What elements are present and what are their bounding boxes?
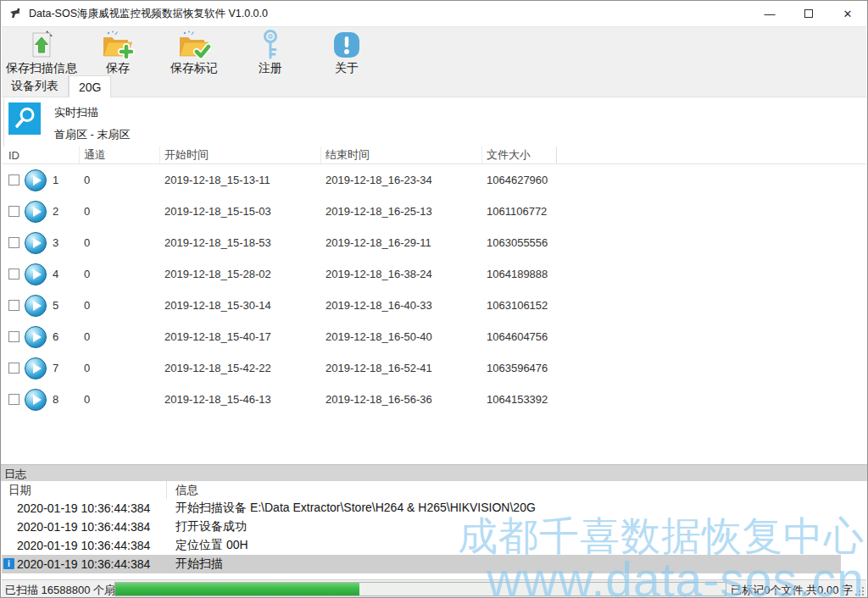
column-header-id[interactable]: ID bbox=[2, 147, 80, 163]
log-date: 2020-01-19 10:36:44:384 bbox=[2, 520, 167, 534]
row-end-time: 2019-12-18_16-23-34 bbox=[321, 174, 482, 186]
about-button[interactable]: 关于 bbox=[309, 27, 385, 75]
close-button[interactable]: ✕ bbox=[828, 1, 867, 26]
log-row[interactable]: 2020-01-19 10:36:44:384打开设备成功 bbox=[2, 518, 841, 536]
play-icon bbox=[33, 207, 42, 217]
play-button[interactable] bbox=[25, 201, 47, 223]
table-row[interactable]: 302019-12-18_15-18-532019-12-18_16-29-11… bbox=[2, 227, 866, 258]
maximize-button[interactable] bbox=[789, 1, 828, 26]
row-id: 5 bbox=[53, 299, 58, 312]
play-button[interactable] bbox=[25, 169, 47, 191]
row-checkbox[interactable] bbox=[8, 206, 19, 217]
row-checkbox[interactable] bbox=[8, 269, 19, 280]
exclamation-icon bbox=[331, 29, 362, 61]
row-file-size: 1063596476 bbox=[482, 362, 557, 374]
window-title: Data-SOS海康威视监控视频数据恢复软件 V1.0.0.0 bbox=[29, 7, 268, 21]
row-lead: 4 bbox=[2, 263, 80, 285]
table-row[interactable]: 102019-12-18_15-13-112019-12-18_16-23-34… bbox=[2, 164, 866, 196]
play-button[interactable] bbox=[25, 357, 47, 379]
column-header-channel[interactable]: 通道 bbox=[80, 147, 160, 163]
save-button[interactable]: 保存 bbox=[80, 27, 156, 75]
save-scan-info-button[interactable]: 保存扫描信息 bbox=[3, 27, 80, 75]
table-row[interactable]: 702019-12-18_15-42-222019-12-18_16-52-41… bbox=[2, 352, 866, 384]
row-start-time: 2019-12-18_15-46-13 bbox=[160, 393, 321, 406]
log-row[interactable]: 2020-01-19 10:36:44:384定位位置 00H bbox=[2, 536, 841, 555]
column-header-end-time[interactable]: 结束时间 bbox=[321, 147, 482, 163]
table-row[interactable]: 602019-12-18_15-40-172019-12-18_16-50-40… bbox=[2, 321, 866, 352]
play-icon bbox=[33, 175, 42, 185]
resize-grip-icon[interactable] bbox=[854, 586, 865, 596]
column-header-file-size[interactable]: 文件大小 bbox=[482, 147, 557, 163]
play-button[interactable] bbox=[25, 389, 47, 411]
log-message: 开始扫描 bbox=[167, 556, 223, 572]
save-marks-button[interactable]: 保存标记 bbox=[156, 27, 232, 75]
toolbar-label: 注册 bbox=[259, 61, 282, 75]
table-row[interactable]: 202019-12-18_15-15-032019-12-18_16-25-13… bbox=[2, 196, 866, 227]
toolbar-label: 关于 bbox=[335, 61, 359, 75]
row-checkbox[interactable] bbox=[8, 300, 19, 311]
toolbar-label: 保存 bbox=[106, 61, 130, 75]
row-start-time: 2019-12-18_15-40-17 bbox=[160, 330, 321, 343]
row-channel: 0 bbox=[80, 236, 160, 249]
play-icon bbox=[33, 269, 42, 280]
table-row[interactable]: 802019-12-18_15-46-132019-12-18_16-56-36… bbox=[2, 384, 866, 415]
log-message: 定位位置 00H bbox=[167, 538, 248, 553]
row-checkbox[interactable] bbox=[8, 331, 19, 342]
info-icon: i bbox=[3, 558, 14, 569]
maximize-icon bbox=[804, 9, 813, 18]
row-id: 8 bbox=[53, 393, 58, 406]
row-checkbox[interactable] bbox=[8, 237, 19, 248]
row-checkbox[interactable] bbox=[8, 363, 19, 374]
row-checkbox[interactable] bbox=[8, 174, 19, 185]
row-lead: 6 bbox=[2, 326, 80, 348]
row-start-time: 2019-12-18_15-30-14 bbox=[160, 299, 321, 312]
row-checkbox[interactable] bbox=[8, 394, 19, 405]
table-row[interactable]: 502019-12-18_15-30-142019-12-18_16-40-33… bbox=[2, 290, 866, 321]
tab-device-list[interactable]: 设备列表 bbox=[2, 75, 69, 97]
play-icon bbox=[33, 301, 42, 311]
row-channel: 0 bbox=[80, 330, 160, 343]
toolbar: 保存扫描信息 保存 bbox=[2, 26, 866, 75]
play-button[interactable] bbox=[25, 232, 47, 254]
window-controls: — ✕ bbox=[750, 1, 867, 26]
row-start-time: 2019-12-18_15-13-11 bbox=[160, 174, 321, 186]
register-button[interactable]: 注册 bbox=[232, 27, 309, 75]
row-lead: 5 bbox=[2, 295, 80, 317]
tab-bar: 设备列表 20G bbox=[2, 75, 866, 97]
row-start-time: 2019-12-18_15-28-02 bbox=[160, 268, 321, 280]
play-icon bbox=[33, 363, 42, 374]
tab-20g[interactable]: 20G bbox=[69, 75, 111, 97]
minimize-button[interactable]: — bbox=[750, 1, 789, 26]
row-id: 1 bbox=[53, 174, 58, 186]
folder-check-icon bbox=[177, 29, 211, 61]
row-end-time: 2019-12-18_16-29-11 bbox=[321, 236, 482, 249]
scan-button[interactable] bbox=[8, 102, 41, 135]
row-channel: 0 bbox=[80, 393, 160, 406]
play-button[interactable] bbox=[25, 263, 47, 285]
log-column-message[interactable]: 信息 bbox=[167, 481, 198, 499]
marked-files-text: 已标记0个文件,共0.00 字 bbox=[731, 583, 853, 598]
play-button[interactable] bbox=[25, 295, 47, 317]
column-header-start-time[interactable]: 开始时间 bbox=[160, 147, 321, 163]
row-lead: 1 bbox=[2, 169, 80, 191]
scan-mode-label: 实时扫描 bbox=[54, 105, 131, 120]
row-file-size: 1063055556 bbox=[482, 236, 557, 249]
log-column-date[interactable]: 日期 bbox=[2, 481, 167, 499]
play-button[interactable] bbox=[25, 326, 47, 348]
scanned-sectors-text: 已扫描 16588800 个扇区 bbox=[5, 583, 126, 598]
table-row[interactable]: 402019-12-18_15-28-022019-12-18_16-38-24… bbox=[2, 258, 866, 290]
row-end-time: 2019-12-18_16-52-41 bbox=[321, 362, 482, 374]
table-header: ID 通道 开始时间 结束时间 文件大小 bbox=[2, 147, 866, 164]
row-file-size: 1064189888 bbox=[482, 268, 557, 280]
log-row[interactable]: i2020-01-19 10:36:44:384开始扫描 bbox=[2, 555, 841, 573]
row-file-size: 1064604756 bbox=[482, 330, 557, 343]
play-icon bbox=[33, 395, 42, 405]
row-channel: 0 bbox=[80, 174, 160, 186]
scan-panel: 实时扫描 首扇区 - 末扇区 bbox=[2, 97, 866, 147]
scan-range-label: 首扇区 - 末扇区 bbox=[54, 127, 131, 142]
log-date: 2020-01-19 10:36:44:384 bbox=[2, 539, 167, 552]
row-end-time: 2019-12-18_16-38-24 bbox=[321, 268, 482, 280]
log-row[interactable]: 2020-01-19 10:36:44:384开始扫描设备 E:\Data Ex… bbox=[2, 499, 841, 518]
log-date: 2020-01-19 10:36:44:384 bbox=[2, 557, 167, 571]
key-icon bbox=[258, 29, 283, 61]
